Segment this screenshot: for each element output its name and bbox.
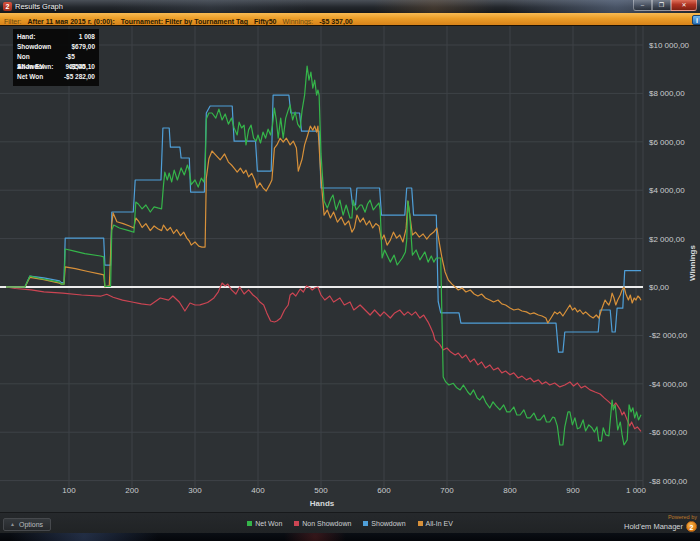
y-tick-label: -$6 000,00 [649,428,688,437]
stats-row: All-In EV-$545,10 [17,62,95,72]
x-tick-label: 700 [440,486,454,495]
legend-item-net-won[interactable]: Net Won [247,520,282,527]
legend-item-non-showdown[interactable]: Non Showdown [294,520,351,527]
x-tick-label: 200 [125,486,139,495]
y-tick-label: $8 000,00 [649,89,685,98]
y-tick-label: $6 000,00 [649,138,685,147]
filter-segment: Tournament: Filter by Tournament Tag [121,18,248,25]
legend-swatch-icon [418,521,423,526]
y-tick-label: -$8 000,00 [649,477,688,486]
filter-segment: After 11 мая 2015 г. (0:00): [28,18,115,25]
series-line-showdown [6,95,641,352]
filter-segment: Filter: [4,18,22,25]
y-tick-label: -$2 000,00 [649,331,688,340]
y-tick-label: $10 000,00 [649,41,690,50]
minimize-button[interactable]: – [633,0,652,11]
x-tick-label: 100 [62,486,76,495]
legend-swatch-icon [247,521,252,526]
legend-label: Showdown [371,520,405,527]
filter-segment: Fifty50 [254,18,277,25]
filter-segment: Winnings: [283,18,314,25]
options-label: Options [19,519,43,530]
holdem-manager-logo-icon: 2 [686,521,697,532]
x-tick-label: 500 [314,486,328,495]
series-line-non-showdown [6,283,641,431]
stats-row: Showdown$679,00 [17,42,95,52]
filter-segment: -$5 357,00 [319,18,352,25]
stats-panel: Hand:1 008Showdown$679,00Non Showdown:-$… [13,29,99,86]
legend-item-all-in-ev[interactable]: All-In EV [418,520,453,527]
y-axis-title: Winnings [688,244,697,280]
stats-value: -$5 961,00 [65,52,95,62]
stats-label: Net Won [17,72,43,82]
info-icon[interactable]: i [692,15,700,25]
powered-by-line2: Hold'em Manager 2 [624,521,697,532]
stats-value: $679,00 [72,42,96,52]
x-tick-label: 600 [377,486,391,495]
y-tick-label: $4 000,00 [649,186,685,195]
app-icon: 2 [3,2,12,11]
window-controls: – ❐ ✕ [633,0,697,11]
filter-text: Filter:After 11 мая 2015 г. (0:00):Tourn… [4,13,359,26]
legend-swatch-icon [363,521,368,526]
x-tick-label: 800 [503,486,517,495]
x-tick-label: 400 [251,486,265,495]
x-tick-label: 300 [188,486,202,495]
bottom-bar: Net WonNon ShowdownShowdownAll-In EV ▲ O… [0,512,700,533]
y-tick-label: $2 000,00 [649,235,685,244]
stats-value: -$5 282,00 [64,72,95,82]
options-button[interactable]: ▲ Options [3,518,51,531]
triangle-up-icon: ▲ [10,519,15,530]
legend-swatch-icon [294,521,299,526]
powered-by: Powered by Hold'em Manager 2 [624,514,697,532]
legend-label: Net Won [255,520,282,527]
powered-by-brand: Hold'em Manager [624,522,683,531]
stats-label: Showdown [17,42,51,52]
stats-value: 1 008 [79,32,95,42]
filter-bar: Filter:After 11 мая 2015 г. (0:00):Tourn… [0,13,700,26]
chart-svg: 1002003004005006007008009001 000$10 000,… [0,26,700,512]
stats-label: All-In EV [17,62,44,72]
stats-row: Net Won-$5 282,00 [17,72,95,82]
x-tick-label: 900 [566,486,580,495]
legend-label: All-In EV [426,520,453,527]
close-button[interactable]: ✕ [671,0,697,11]
legend-item-showdown[interactable]: Showdown [363,520,405,527]
stats-row: Non Showdown:-$5 961,00 [17,52,95,62]
powered-by-line1: Powered by [624,514,697,521]
y-tick-label: -$4 000,00 [649,380,688,389]
x-tick-label: 1 000 [626,486,647,495]
stats-value: -$545,10 [69,62,95,72]
x-axis-title: Hands [310,499,335,508]
maximize-button[interactable]: ❐ [652,0,671,11]
results-graph: 1002003004005006007008009001 000$10 000,… [0,26,700,512]
series-line-all-in-ev [6,126,641,323]
taskbar-strip [0,533,700,541]
y-tick-label: $0,00 [649,283,670,292]
title-bar: 2 Results Graph – ❐ ✕ [0,0,700,13]
stats-label: Hand: [17,32,35,42]
stats-row: Hand:1 008 [17,32,95,42]
series-line-net-won [6,66,641,445]
window-title: Results Graph [15,2,63,11]
chart-legend: Net WonNon ShowdownShowdownAll-In EV [0,513,700,534]
stats-rows: Hand:1 008Showdown$679,00Non Showdown:-$… [17,32,95,82]
legend-label: Non Showdown [302,520,351,527]
stats-label: Non Showdown: [17,52,65,62]
